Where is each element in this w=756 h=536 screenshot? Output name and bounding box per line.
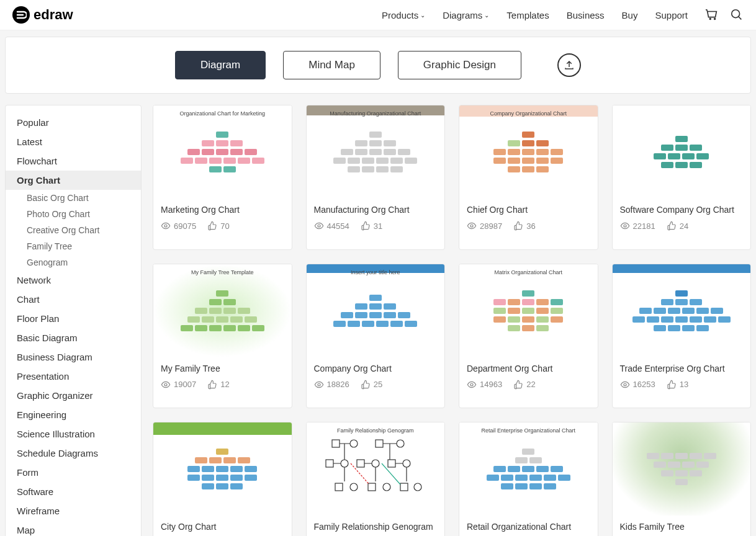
card-body: City Org Chart1418929 xyxy=(153,516,292,536)
sidebar-item-graphic-organizer[interactable]: Graphic Organizer xyxy=(6,386,141,405)
thumb-title: Family Relationship Genogram xyxy=(307,427,445,434)
nav-item-templates[interactable]: Templates xyxy=(506,10,549,20)
sidebar-item-business-diagram[interactable]: Business Diagram xyxy=(6,347,141,367)
eye-icon xyxy=(314,221,324,231)
svg-point-5 xyxy=(164,383,167,386)
thumb-title: Organizational Chart for Marketing xyxy=(153,110,292,117)
template-title: Marketing Org Chart xyxy=(161,205,284,215)
template-title: Family Relationship Genogram xyxy=(314,522,438,532)
thumbs-up-icon xyxy=(361,221,371,231)
template-thumbnail: Family Relationship Genogram xyxy=(307,422,445,516)
svg-rect-27 xyxy=(335,483,343,491)
template-thumbnail: Organizational Chart for Marketing xyxy=(153,105,292,199)
template-title: Retail Organizational Chart xyxy=(467,522,590,532)
tab-diagram[interactable]: Diagram xyxy=(175,51,266,79)
search-icon[interactable] xyxy=(730,8,744,22)
sidebar-item-wireframe[interactable]: Wireframe xyxy=(6,501,141,520)
sidebar-item-popular[interactable]: Popular xyxy=(6,113,141,132)
likes-count: 22 xyxy=(526,380,535,389)
template-card[interactable]: City Org Chart1418929 xyxy=(153,422,292,536)
sidebar-item-schedule-diagrams[interactable]: Schedule Diagrams xyxy=(6,444,141,463)
template-thumbnail: Matrix Organizational Chart xyxy=(459,264,598,357)
eye-icon xyxy=(620,221,630,231)
sidebar-item-latest[interactable]: Latest xyxy=(6,132,141,151)
views-count: 14963 xyxy=(480,380,502,389)
sidebar-item-family-tree[interactable]: Family Tree xyxy=(6,238,141,254)
sidebar-item-science-illustration[interactable]: Science Illustration xyxy=(6,424,141,444)
template-title: Software Company Org Chart xyxy=(620,205,744,215)
sidebar-item-chart[interactable]: Chart xyxy=(6,290,141,309)
template-card[interactable]: Organizational Chart for MarketingMarket… xyxy=(153,105,292,250)
sidebar-item-presentation[interactable]: Presentation xyxy=(6,367,141,386)
nav-item-buy[interactable]: Buy xyxy=(622,10,638,20)
thumbs-up-icon xyxy=(361,380,371,390)
nav-item-support[interactable]: Support xyxy=(655,10,688,20)
template-card[interactable]: Manufacturing Oraganizational ChartManuf… xyxy=(306,105,446,250)
sidebar-item-genogram[interactable]: Genogram xyxy=(6,254,141,270)
views-count: 44554 xyxy=(327,221,349,231)
views-stat: 22181 xyxy=(620,221,655,231)
template-thumbnail xyxy=(613,264,751,357)
svg-rect-10 xyxy=(332,440,340,447)
thumbs-up-icon xyxy=(207,221,217,231)
sidebar-item-network[interactable]: Network xyxy=(6,270,141,290)
nav-item-products[interactable]: Products⌄ xyxy=(382,10,425,20)
likes-count: 36 xyxy=(526,221,535,231)
card-body: Trade Enterprise Org Chart1625313 xyxy=(613,357,751,397)
template-card[interactable]: Matrix Organizational ChartDepartment Or… xyxy=(459,264,598,409)
card-body: Kids Family Tree1360426 xyxy=(613,516,751,536)
sidebar-item-floor-plan[interactable]: Floor Plan xyxy=(6,309,141,328)
chevron-down-icon: ⌄ xyxy=(484,12,489,19)
sidebar-item-basic-diagram[interactable]: Basic Diagram xyxy=(6,328,141,347)
svg-rect-22 xyxy=(388,460,395,467)
svg-point-4 xyxy=(624,225,626,227)
template-thumbnail: Company Organizational Chart xyxy=(459,105,598,199)
template-card[interactable]: Insert your title hereCompany Org Chart1… xyxy=(306,264,446,409)
template-card[interactable]: Software Company Org Chart2218124 xyxy=(612,105,752,250)
sidebar-item-photo-org-chart[interactable]: Photo Org Chart xyxy=(6,206,141,222)
views-count: 69075 xyxy=(174,221,196,231)
card-stats: 1625313 xyxy=(620,380,744,390)
svg-point-3 xyxy=(470,225,473,227)
svg-point-28 xyxy=(350,483,358,491)
sidebar-item-form[interactable]: Form xyxy=(6,463,141,482)
views-stat: 28987 xyxy=(467,221,502,231)
template-card[interactable]: Family Relationship GenogramFamily Relat… xyxy=(306,422,446,536)
sidebar-item-basic-org-chart[interactable]: Basic Org Chart xyxy=(6,190,141,206)
views-stat: 19007 xyxy=(161,380,196,390)
template-title: Trade Enterprise Org Chart xyxy=(620,364,744,373)
tab-mind-map[interactable]: Mind Map xyxy=(283,51,380,79)
svg-point-6 xyxy=(318,383,320,386)
nav-item-diagrams[interactable]: Diagrams⌄ xyxy=(443,10,489,20)
views-stat: 14963 xyxy=(467,380,502,390)
logo[interactable]: edraw xyxy=(12,6,73,24)
chevron-down-icon: ⌄ xyxy=(420,12,425,19)
cart-icon[interactable] xyxy=(705,8,719,22)
template-card[interactable]: Company Organizational ChartChief Org Ch… xyxy=(459,105,598,250)
views-count: 16253 xyxy=(633,380,655,389)
sidebar-item-creative-org-chart[interactable]: Creative Org Chart xyxy=(6,222,141,238)
logo-text: edraw xyxy=(34,7,73,23)
template-thumbnail: Insert your title here xyxy=(307,264,445,357)
template-card[interactable]: Trade Enterprise Org Chart1625313 xyxy=(612,264,752,409)
template-card[interactable]: My Family Tree TemplateMy Family Tree190… xyxy=(153,264,292,409)
views-stat: 44554 xyxy=(314,221,349,231)
svg-point-21 xyxy=(372,460,379,467)
template-card[interactable]: Retail Enterprise Organizational ChartRe… xyxy=(459,422,598,536)
sidebar-item-org-chart[interactable]: Org Chart xyxy=(6,171,141,190)
sidebar-item-map[interactable]: Map xyxy=(6,520,141,536)
nav-item-business[interactable]: Business xyxy=(567,10,605,20)
svg-rect-18 xyxy=(326,460,333,467)
template-card[interactable]: Kids Family Tree1360426 xyxy=(612,422,752,536)
thumbs-up-icon xyxy=(207,380,217,390)
likes-stat: 36 xyxy=(513,221,535,231)
card-body: Chief Org Chart2898736 xyxy=(459,199,598,238)
sidebar-item-software[interactable]: Software xyxy=(6,482,141,501)
svg-rect-12 xyxy=(376,440,383,447)
sidebar-item-flowchart[interactable]: Flowchart xyxy=(6,151,141,171)
upload-button[interactable] xyxy=(557,53,581,77)
tab-graphic-design[interactable]: Graphic Design xyxy=(398,51,521,79)
sidebar-item-engineering[interactable]: Engineering xyxy=(6,405,141,424)
template-title: Manufacturing Org Chart xyxy=(314,205,438,215)
svg-point-32 xyxy=(414,483,421,491)
